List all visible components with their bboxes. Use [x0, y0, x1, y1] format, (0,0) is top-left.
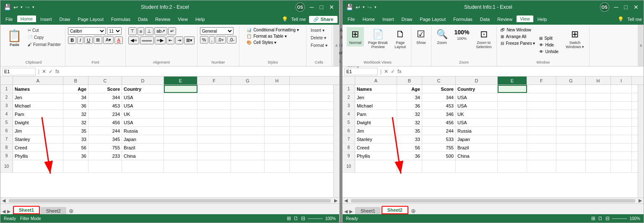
left-cell-C5[interactable]: 456	[88, 118, 122, 126]
right-cell-D4[interactable]: UK	[456, 110, 498, 118]
right-view-page-icon[interactable]: 🗋	[598, 215, 603, 221]
right-cell-D8[interactable]: Brazil	[456, 144, 498, 151]
left-minimize-btn[interactable]: ─	[308, 4, 316, 10]
left-cell-G10[interactable]	[231, 160, 265, 172]
right-cell-E1[interactable]	[498, 85, 527, 93]
left-cell-B1[interactable]: Age	[63, 85, 88, 93]
left-scroll-right[interactable]: ▶	[332, 198, 339, 203]
right-col-A[interactable]: A	[355, 77, 397, 85]
right-cell-B7[interactable]: 33	[397, 135, 422, 143]
left-col-E[interactable]: E	[164, 77, 197, 85]
left-menu-review[interactable]: Review	[152, 16, 174, 23]
left-pct-btn[interactable]: %	[200, 36, 208, 44]
left-font-color-btn[interactable]: A	[114, 36, 122, 44]
right-cell-E2[interactable]	[498, 93, 527, 101]
right-menu-insert[interactable]: Insert	[379, 16, 397, 23]
right-menu-review[interactable]: Review	[494, 16, 516, 23]
right-split-btn[interactable]: ⊞ Split	[538, 36, 560, 41]
left-cell-A3[interactable]: Michael	[13, 102, 63, 110]
left-cell-A10[interactable]	[13, 160, 63, 172]
right-cell-H6[interactable]	[586, 127, 611, 135]
right-cell-F1[interactable]	[527, 85, 556, 93]
right-cell-A8[interactable]: Creed	[355, 144, 397, 151]
right-col-C[interactable]: C	[422, 77, 456, 85]
left-cell-styles-btn[interactable]: 🎨 Cell Styles ▾	[245, 40, 300, 45]
left-cell-C6[interactable]: 244	[88, 127, 122, 135]
right-cell-H4[interactable]	[586, 110, 611, 118]
left-cell-F1[interactable]	[197, 85, 231, 93]
left-fmt-table-btn[interactable]: 📋 Format as Table ▾	[245, 33, 300, 39]
right-cell-F9[interactable]	[527, 152, 556, 160]
right-cell-C7[interactable]: 533	[422, 135, 456, 143]
right-cell-H3[interactable]	[586, 102, 611, 110]
right-freeze-panes-btn[interactable]: ⊟ Freeze Panes ▾	[499, 41, 536, 46]
left-cell-E9[interactable]	[164, 152, 197, 160]
left-cell-E10[interactable]	[164, 160, 197, 172]
left-h-scroll[interactable]: ◀ ▶	[0, 197, 339, 203]
right-formula-input[interactable]	[403, 69, 642, 74]
right-cell-A6[interactable]: Jim	[355, 127, 397, 135]
right-cell-B2[interactable]: 34	[397, 93, 422, 101]
left-v-scrollbar[interactable]	[333, 85, 339, 197]
right-cell-E4[interactable]	[498, 110, 527, 118]
left-dec-decrease-btn[interactable]: .0-	[227, 36, 236, 44]
left-menu-insert[interactable]: Insert	[37, 16, 55, 23]
right-unhide-btn[interactable]: 👁 Unhide	[538, 49, 560, 54]
left-cell-B4[interactable]: 32	[63, 110, 88, 118]
right-cell-H5[interactable]	[586, 118, 611, 126]
right-show-btn[interactable]: ☑ Show	[414, 27, 428, 46]
left-align-left-btn[interactable]: ◀═	[128, 36, 139, 44]
right-cell-C9[interactable]: 500	[422, 152, 456, 160]
left-menu-help[interactable]: Help	[192, 16, 208, 23]
left-sheet-nav-prev[interactable]: ◀	[2, 209, 5, 214]
right-cell-A5[interactable]: Dwight	[355, 118, 397, 126]
right-cell-I5[interactable]	[611, 118, 632, 126]
right-col-E[interactable]: E	[498, 77, 527, 85]
right-scroll-track[interactable]	[351, 199, 635, 202]
right-undo-dropdown-icon[interactable]: ▾	[363, 5, 365, 9]
right-ribbon-collapse[interactable]: ∧	[638, 25, 644, 66]
left-cell-B9[interactable]: 36	[63, 152, 88, 160]
right-cell-D5[interactable]: USA	[456, 118, 498, 126]
right-cell-B4[interactable]: 32	[397, 110, 422, 118]
right-col-H[interactable]: H	[586, 77, 611, 85]
right-cancel-formula-icon[interactable]: ✕	[384, 69, 388, 74]
right-cell-C2[interactable]: 344	[422, 93, 456, 101]
right-cell-I8[interactable]	[611, 144, 632, 151]
left-merge-btn[interactable]: ⊠▾	[184, 36, 195, 44]
right-cell-G1[interactable]	[556, 85, 586, 93]
right-cell-B6[interactable]: 35	[397, 127, 422, 135]
right-cell-B3[interactable]: 36	[397, 102, 422, 110]
left-col-D[interactable]: D	[122, 77, 164, 85]
left-menu-draw[interactable]: Draw	[56, 16, 74, 23]
left-dec-increase-btn[interactable]: .0+	[216, 36, 226, 44]
left-cell-E1[interactable]	[164, 85, 197, 93]
left-copy-btn[interactable]: 📄Copy	[26, 34, 62, 41]
left-cell-C2[interactable]: 344	[88, 93, 122, 101]
left-cell-E6[interactable]	[164, 127, 197, 135]
left-align-center-btn[interactable]: ═══	[140, 36, 154, 44]
left-col-H[interactable]: H	[265, 77, 290, 85]
left-delete-btn[interactable]: Delete ▾	[309, 35, 328, 41]
right-minimize-btn[interactable]: ─	[613, 4, 620, 10]
right-cell-G10[interactable]	[556, 160, 586, 172]
right-cell-I10[interactable]	[611, 160, 632, 172]
left-cell-D7[interactable]: Japan	[122, 135, 164, 143]
right-cell-G8[interactable]	[556, 144, 586, 151]
left-insert-fn-icon[interactable]: fx	[55, 69, 59, 74]
right-cell-C4[interactable]: 346	[422, 110, 456, 118]
undo-dropdown-icon[interactable]: ▾	[21, 5, 23, 9]
left-cell-F9[interactable]	[197, 152, 231, 160]
right-menu-draw[interactable]: Draw	[398, 16, 416, 23]
left-cell-F6[interactable]	[197, 127, 231, 135]
right-cell-E3[interactable]	[498, 102, 527, 110]
right-cell-I3[interactable]	[611, 102, 632, 110]
left-cell-A6[interactable]: Jim	[13, 127, 63, 135]
left-cell-H3[interactable]	[265, 102, 290, 110]
left-cell-H1[interactable]	[265, 85, 290, 93]
left-sheet2-tab[interactable]: Sheet2	[41, 207, 66, 214]
left-scroll-left[interactable]: ◀	[0, 198, 7, 203]
right-new-window-btn[interactable]: 🗗 New Window	[499, 27, 536, 33]
left-align-top-btn[interactable]: ⊤	[128, 27, 137, 35]
left-restore-btn[interactable]: □	[318, 4, 325, 10]
